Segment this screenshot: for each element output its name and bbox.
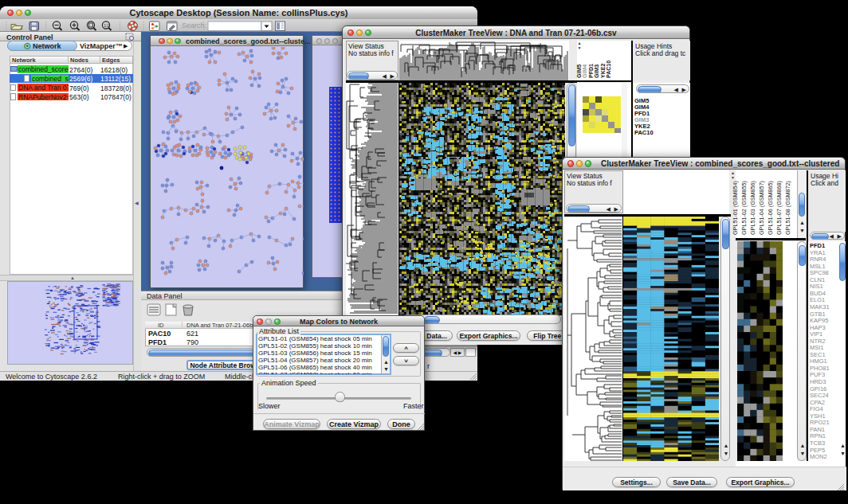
svg-text:Search:: Search: [182,21,206,29]
svg-text:1:1: 1:1 [104,24,110,28]
